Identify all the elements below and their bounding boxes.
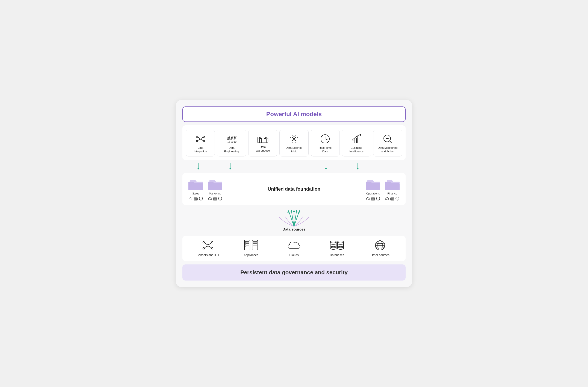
svg-point-110 — [337, 247, 344, 249]
engineering-icon: 101010 010101 101010 — [226, 134, 237, 144]
svg-point-3 — [196, 140, 198, 142]
svg-line-6 — [201, 137, 203, 138]
source-appliances: Appliances — [231, 239, 271, 257]
svg-rect-13 — [259, 138, 262, 143]
svg-rect-14 — [264, 138, 266, 143]
sensors-label: Sensors and IOT — [197, 253, 219, 257]
services-section: DataIntegration 101010 010101 101010 Dat… — [182, 125, 406, 160]
services-row: DataIntegration 101010 010101 101010 Dat… — [186, 130, 402, 157]
folder-operations — [365, 177, 381, 190]
service-card-realtime: Real-TimeData — [311, 130, 340, 157]
svg-point-2 — [203, 136, 205, 137]
service-card-bi: BusinessIntelligence — [342, 130, 371, 157]
ai-banner: Powerful AI models — [182, 107, 406, 122]
data-sources-section: Sensors and IOT — [182, 236, 406, 261]
data-science-label: Data Science& ML — [286, 146, 302, 153]
folder-marketing — [207, 177, 223, 190]
svg-rect-95 — [245, 241, 249, 243]
domain-card-finance: Finance — [384, 177, 400, 201]
svg-rect-66 — [386, 199, 388, 200]
bottom-banner-text: Persistent data governance and security — [240, 269, 348, 276]
main-container: Powerful AI models — [176, 100, 412, 287]
service-card-data-warehouse: DataWarehouse — [248, 130, 277, 157]
sensors-icon — [202, 239, 214, 251]
warehouse-icon — [257, 134, 269, 143]
svg-line-81 — [292, 211, 294, 226]
arrow-gap1 — [246, 163, 278, 170]
data-integration-label: DataIntegration — [194, 146, 207, 153]
svg-point-86 — [203, 241, 205, 243]
source-clouds: Clouds — [273, 239, 315, 257]
folder-finance — [384, 177, 400, 190]
clouds-icon — [287, 239, 301, 251]
svg-marker-84 — [287, 210, 290, 213]
svg-rect-96 — [245, 244, 249, 245]
svg-line-93 — [209, 246, 211, 248]
middle-section: Sales Marketing — [182, 173, 406, 205]
databases-label: Databases — [330, 253, 344, 257]
svg-rect-32 — [352, 140, 354, 143]
svg-marker-82 — [290, 210, 293, 212]
svg-line-5 — [198, 137, 200, 138]
svg-point-87 — [211, 241, 213, 243]
integration-icon — [195, 134, 206, 144]
svg-rect-101 — [253, 246, 257, 247]
svg-marker-78 — [295, 210, 298, 212]
bi-icon — [351, 134, 362, 144]
monitoring-icon — [382, 134, 393, 144]
svg-point-46 — [199, 197, 203, 199]
arrow-engineering — [214, 163, 246, 170]
svg-point-55 — [218, 197, 222, 199]
svg-point-1 — [196, 136, 198, 137]
svg-line-91 — [209, 243, 211, 245]
svg-point-106 — [330, 247, 336, 249]
service-card-data-integration: DataIntegration — [186, 130, 215, 157]
marketing-icons — [208, 197, 222, 201]
svg-rect-100 — [253, 244, 257, 245]
svg-line-77 — [294, 211, 296, 226]
svg-text:101010: 101010 — [227, 140, 236, 143]
arrow-integration — [182, 163, 214, 170]
folder-sales — [188, 177, 204, 190]
data-engineering-label: DataEngineering — [224, 146, 239, 153]
svg-rect-48 — [209, 199, 210, 200]
marketing-label: Marketing — [209, 192, 221, 195]
service-card-data-engineering: 101010 010101 101010 DataEngineering — [217, 130, 246, 157]
svg-point-16 — [293, 138, 295, 140]
svg-rect-34 — [357, 136, 359, 143]
svg-line-90 — [205, 243, 207, 245]
svg-point-88 — [203, 247, 205, 249]
fan-arrows-svg — [262, 209, 326, 226]
arrow-gap2 — [278, 163, 310, 170]
source-databases: Databases — [316, 239, 357, 257]
svg-point-73 — [396, 197, 399, 199]
domain-card-sales: Sales — [188, 177, 204, 201]
other-sources-label: Other sources — [371, 253, 390, 257]
unified-center: Unified data foundation — [228, 186, 360, 192]
finance-icons — [385, 197, 399, 201]
bottom-banner: Persistent data governance and security — [182, 264, 406, 280]
domain-card-operations: Operations — [365, 177, 381, 201]
monitoring-label: Data Monitoringand Action — [378, 146, 398, 153]
arrow-bi — [342, 163, 374, 170]
fan-arrows-container: Data sources — [182, 209, 406, 232]
source-sensors: Sensors and IOT — [188, 239, 228, 257]
svg-rect-33 — [355, 138, 357, 143]
svg-rect-57 — [367, 199, 368, 200]
service-card-data-science: Data Science& ML — [279, 130, 308, 157]
appliances-icon — [244, 239, 259, 251]
data-sources-row: Sensors and IOT — [188, 239, 400, 257]
arrow-gap3 — [374, 163, 406, 170]
arrow-realtime — [310, 163, 342, 170]
operations-label: Operations — [366, 192, 380, 195]
finance-label: Finance — [387, 192, 397, 195]
svg-point-64 — [377, 197, 380, 199]
svg-line-7 — [198, 139, 200, 141]
svg-point-4 — [203, 140, 205, 142]
sales-icons — [189, 197, 203, 201]
globe-icon — [374, 239, 386, 251]
domain-cards-left: Sales Marketing — [188, 177, 223, 201]
data-sources-title: Data sources — [283, 227, 306, 232]
science-icon — [289, 134, 299, 144]
bi-label: BusinessIntelligence — [349, 146, 363, 153]
